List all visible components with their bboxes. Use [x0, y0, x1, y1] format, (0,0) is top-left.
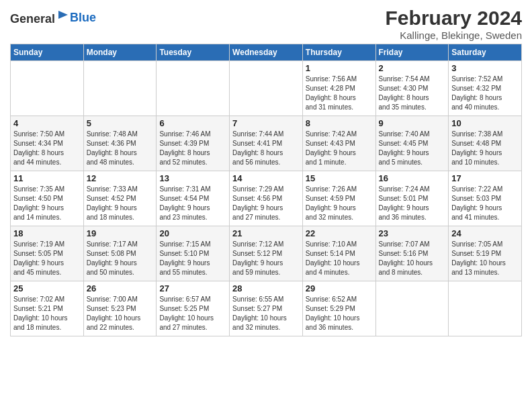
calendar-cell: 17Sunrise: 7:22 AM Sunset: 5:03 PM Dayli…	[449, 171, 522, 226]
day-number: 14	[232, 173, 300, 183]
day-info: Sunrise: 7:56 AM Sunset: 4:28 PM Dayligh…	[306, 75, 373, 112]
col-wednesday: Wednesday	[230, 44, 303, 61]
title-block: February 2024 Kallinge, Blekinge, Sweden	[386, 7, 522, 41]
day-info: Sunrise: 7:26 AM Sunset: 4:59 PM Dayligh…	[306, 185, 373, 222]
day-number: 1	[306, 63, 373, 73]
day-number: 19	[87, 228, 154, 238]
calendar-cell: 26Sunrise: 7:00 AM Sunset: 5:23 PM Dayli…	[83, 281, 157, 336]
day-info: Sunrise: 7:50 AM Sunset: 4:34 PM Dayligh…	[13, 130, 81, 167]
calendar-cell	[375, 281, 449, 336]
day-number: 22	[306, 228, 373, 238]
day-info: Sunrise: 7:24 AM Sunset: 5:01 PM Dayligh…	[379, 185, 446, 222]
day-number: 17	[451, 173, 519, 183]
page-subtitle: Kallinge, Blekinge, Sweden	[386, 30, 522, 41]
day-number: 23	[379, 228, 446, 238]
col-saturday: Saturday	[449, 44, 522, 61]
calendar-cell	[449, 281, 522, 336]
calendar-week-5: 25Sunrise: 7:02 AM Sunset: 5:21 PM Dayli…	[11, 281, 522, 336]
svg-marker-0	[58, 11, 68, 19]
calendar-cell: 21Sunrise: 7:12 AM Sunset: 5:12 PM Dayli…	[230, 226, 303, 281]
day-number: 21	[232, 228, 300, 238]
calendar-week-2: 4Sunrise: 7:50 AM Sunset: 4:34 PM Daylig…	[11, 116, 522, 171]
day-info: Sunrise: 7:22 AM Sunset: 5:03 PM Dayligh…	[451, 185, 519, 222]
col-thursday: Thursday	[302, 44, 375, 61]
day-info: Sunrise: 6:55 AM Sunset: 5:27 PM Dayligh…	[232, 295, 300, 332]
calendar-cell: 4Sunrise: 7:50 AM Sunset: 4:34 PM Daylig…	[11, 116, 84, 171]
header: General Blue February 2024 Kallinge, Ble…	[10, 7, 522, 41]
col-friday: Friday	[375, 44, 449, 61]
day-number: 28	[232, 283, 300, 293]
calendar-cell: 10Sunrise: 7:38 AM Sunset: 4:48 PM Dayli…	[449, 116, 522, 171]
calendar-cell: 6Sunrise: 7:46 AM Sunset: 4:39 PM Daylig…	[157, 116, 230, 171]
day-number: 11	[13, 173, 81, 183]
day-info: Sunrise: 7:00 AM Sunset: 5:23 PM Dayligh…	[87, 295, 154, 332]
day-info: Sunrise: 7:31 AM Sunset: 4:54 PM Dayligh…	[159, 185, 226, 222]
logo-flag-icon	[56, 9, 70, 23]
weekday-header-row: Sunday Monday Tuesday Wednesday Thursday…	[11, 44, 522, 61]
day-info: Sunrise: 7:17 AM Sunset: 5:08 PM Dayligh…	[87, 240, 154, 277]
day-number: 16	[379, 173, 446, 183]
calendar-cell: 22Sunrise: 7:10 AM Sunset: 5:14 PM Dayli…	[302, 226, 375, 281]
day-number: 5	[87, 118, 154, 128]
calendar-cell	[11, 61, 84, 116]
day-info: Sunrise: 7:02 AM Sunset: 5:21 PM Dayligh…	[13, 295, 81, 332]
day-info: Sunrise: 7:05 AM Sunset: 5:19 PM Dayligh…	[451, 240, 519, 277]
day-info: Sunrise: 7:12 AM Sunset: 5:12 PM Dayligh…	[232, 240, 300, 277]
day-number: 20	[159, 228, 226, 238]
calendar-cell: 7Sunrise: 7:44 AM Sunset: 4:41 PM Daylig…	[230, 116, 303, 171]
calendar-cell: 23Sunrise: 7:07 AM Sunset: 5:16 PM Dayli…	[375, 226, 449, 281]
calendar-week-3: 11Sunrise: 7:35 AM Sunset: 4:50 PM Dayli…	[11, 171, 522, 226]
calendar-cell: 16Sunrise: 7:24 AM Sunset: 5:01 PM Dayli…	[375, 171, 449, 226]
day-number: 13	[159, 173, 226, 183]
calendar-cell: 29Sunrise: 6:52 AM Sunset: 5:29 PM Dayli…	[302, 281, 375, 336]
calendar-cell: 5Sunrise: 7:48 AM Sunset: 4:36 PM Daylig…	[83, 116, 157, 171]
day-info: Sunrise: 6:57 AM Sunset: 5:25 PM Dayligh…	[159, 295, 226, 332]
day-info: Sunrise: 7:38 AM Sunset: 4:48 PM Dayligh…	[451, 130, 519, 167]
page-title: February 2024	[386, 7, 522, 30]
day-info: Sunrise: 7:52 AM Sunset: 4:32 PM Dayligh…	[451, 75, 519, 112]
calendar-cell: 19Sunrise: 7:17 AM Sunset: 5:08 PM Dayli…	[83, 226, 157, 281]
day-info: Sunrise: 7:44 AM Sunset: 4:41 PM Dayligh…	[232, 130, 300, 167]
calendar-table: Sunday Monday Tuesday Wednesday Thursday…	[10, 44, 522, 336]
day-number: 6	[159, 118, 226, 128]
calendar-cell: 3Sunrise: 7:52 AM Sunset: 4:32 PM Daylig…	[449, 61, 522, 116]
day-number: 7	[232, 118, 300, 128]
day-number: 18	[13, 228, 81, 238]
day-info: Sunrise: 7:10 AM Sunset: 5:14 PM Dayligh…	[306, 240, 373, 277]
calendar-cell: 9Sunrise: 7:40 AM Sunset: 4:45 PM Daylig…	[375, 116, 449, 171]
calendar-cell	[157, 61, 230, 116]
calendar-cell: 18Sunrise: 7:19 AM Sunset: 5:05 PM Dayli…	[11, 226, 84, 281]
calendar-cell	[83, 61, 157, 116]
calendar-week-1: 1Sunrise: 7:56 AM Sunset: 4:28 PM Daylig…	[11, 61, 522, 116]
logo: General Blue	[10, 9, 96, 26]
day-number: 25	[13, 283, 81, 293]
calendar-cell: 2Sunrise: 7:54 AM Sunset: 4:30 PM Daylig…	[375, 61, 449, 116]
day-number: 29	[306, 283, 373, 293]
day-number: 4	[13, 118, 81, 128]
page-container: General Blue February 2024 Kallinge, Ble…	[0, 0, 532, 343]
day-number: 12	[87, 173, 154, 183]
day-info: Sunrise: 7:19 AM Sunset: 5:05 PM Dayligh…	[13, 240, 81, 277]
day-number: 24	[451, 228, 519, 238]
col-tuesday: Tuesday	[157, 44, 230, 61]
calendar-cell: 13Sunrise: 7:31 AM Sunset: 4:54 PM Dayli…	[157, 171, 230, 226]
calendar-cell: 12Sunrise: 7:33 AM Sunset: 4:52 PM Dayli…	[83, 171, 157, 226]
day-number: 15	[306, 173, 373, 183]
calendar-cell: 11Sunrise: 7:35 AM Sunset: 4:50 PM Dayli…	[11, 171, 84, 226]
day-number: 3	[451, 63, 519, 73]
day-info: Sunrise: 7:48 AM Sunset: 4:36 PM Dayligh…	[87, 130, 154, 167]
calendar-week-4: 18Sunrise: 7:19 AM Sunset: 5:05 PM Dayli…	[11, 226, 522, 281]
day-info: Sunrise: 7:15 AM Sunset: 5:10 PM Dayligh…	[159, 240, 226, 277]
day-number: 10	[451, 118, 519, 128]
calendar-cell: 25Sunrise: 7:02 AM Sunset: 5:21 PM Dayli…	[11, 281, 84, 336]
calendar-cell: 1Sunrise: 7:56 AM Sunset: 4:28 PM Daylig…	[302, 61, 375, 116]
day-number: 27	[159, 283, 226, 293]
calendar-cell: 28Sunrise: 6:55 AM Sunset: 5:27 PM Dayli…	[230, 281, 303, 336]
day-number: 9	[379, 118, 446, 128]
day-info: Sunrise: 7:46 AM Sunset: 4:39 PM Dayligh…	[159, 130, 226, 167]
day-info: Sunrise: 7:29 AM Sunset: 4:56 PM Dayligh…	[232, 185, 300, 222]
calendar-cell	[230, 61, 303, 116]
calendar-cell: 20Sunrise: 7:15 AM Sunset: 5:10 PM Dayli…	[157, 226, 230, 281]
calendar-cell: 24Sunrise: 7:05 AM Sunset: 5:19 PM Dayli…	[449, 226, 522, 281]
day-info: Sunrise: 7:42 AM Sunset: 4:43 PM Dayligh…	[306, 130, 373, 167]
